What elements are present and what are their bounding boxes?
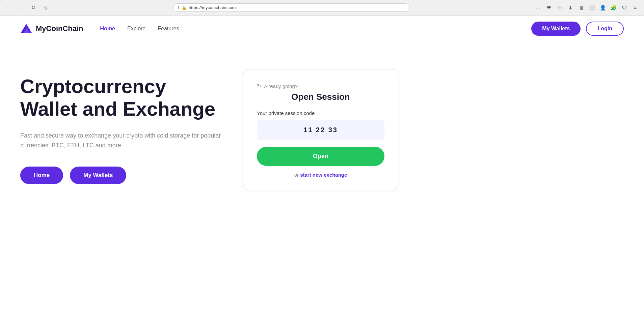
- start-new-exchange-link[interactable]: start new exchange: [300, 172, 347, 178]
- hero-section: Cryptocurrency Wallet and Exchange Fast …: [0, 42, 644, 210]
- session-card-header: ↻ Already going?: [257, 83, 384, 89]
- nav-my-wallets-button[interactable]: My Wallets: [531, 22, 581, 36]
- hero-right: ↻ Already going? Open Session Your priva…: [243, 69, 398, 190]
- session-code-input[interactable]: [257, 120, 384, 140]
- hero-title: Cryptocurrency Wallet and Exchange: [20, 75, 223, 120]
- hero-home-button[interactable]: Home: [20, 167, 63, 184]
- brand-name: MyCoinChain: [36, 24, 83, 33]
- profile-button[interactable]: 👤: [598, 3, 608, 12]
- info-icon: ℹ: [178, 5, 180, 10]
- hero-buttons: Home My Wallets: [20, 167, 223, 184]
- brand: MyCoinChain: [20, 23, 83, 35]
- browser-chrome: ← → ↻ ⌂ ℹ 🔒 https://mycoinchain.com ··· …: [0, 0, 644, 16]
- lock-icon: 🔒: [182, 5, 187, 10]
- nav-actions: My Wallets Login: [531, 22, 624, 36]
- nav-login-button[interactable]: Login: [586, 22, 624, 36]
- nav-explore[interactable]: Explore: [127, 26, 145, 32]
- star-button[interactable]: ☆: [555, 3, 564, 12]
- session-card: ↻ Already going? Open Session Your priva…: [243, 69, 398, 190]
- hero-subtitle: Fast and secure way to exchange your cry…: [20, 131, 223, 150]
- nav-links: Home Explore Features: [100, 26, 532, 32]
- menu-button[interactable]: ≡: [630, 3, 640, 12]
- download-button[interactable]: ⬇: [566, 3, 575, 12]
- shield-button[interactable]: 🛡: [620, 3, 629, 12]
- reading-list-button[interactable]: ❤: [544, 3, 554, 12]
- brand-logo: [20, 23, 32, 35]
- session-footer: or start new exchange: [257, 172, 384, 178]
- address-bar[interactable]: ℹ 🔒 https://mycoinchain.com: [173, 3, 410, 12]
- hero-my-wallets-button[interactable]: My Wallets: [70, 167, 126, 184]
- already-going-text: Already going?: [264, 83, 298, 89]
- browser-right-icons: ··· ❤ ☆ ⬇ ⫼ ⬜ 👤 🧩 🛡 ≡: [533, 3, 640, 12]
- navbar: MyCoinChain Home Explore Features My Wal…: [0, 16, 644, 42]
- session-code-label: Your private session code: [257, 110, 384, 116]
- back-button[interactable]: ←: [4, 3, 14, 12]
- session-card-title: Open Session: [257, 92, 384, 102]
- open-session-button[interactable]: Open: [257, 147, 384, 166]
- more-button[interactable]: ···: [533, 3, 543, 12]
- tabs-button[interactable]: ⬜: [587, 3, 597, 12]
- refresh-icon: ↻: [257, 83, 261, 89]
- collections-button[interactable]: ⫼: [576, 3, 586, 12]
- url-text: https://mycoinchain.com: [189, 5, 236, 10]
- hero-left: Cryptocurrency Wallet and Exchange Fast …: [20, 75, 223, 184]
- footer-prefix-text: or: [294, 172, 300, 178]
- home-button[interactable]: ⌂: [41, 3, 50, 12]
- forward-button[interactable]: →: [16, 3, 26, 12]
- extensions-button[interactable]: 🧩: [609, 3, 618, 12]
- refresh-button[interactable]: ↻: [28, 3, 38, 12]
- site-wrapper: MyCoinChain Home Explore Features My Wal…: [0, 16, 644, 323]
- nav-home[interactable]: Home: [100, 26, 115, 32]
- nav-features[interactable]: Features: [158, 26, 179, 32]
